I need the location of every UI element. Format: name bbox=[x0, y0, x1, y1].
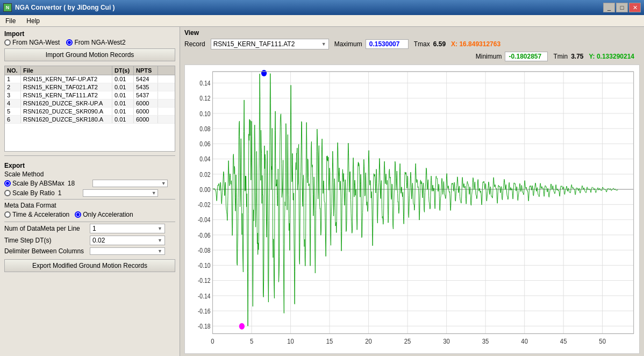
timestep-arrow: ▼ bbox=[158, 238, 162, 243]
menu-file[interactable]: File bbox=[2, 17, 19, 25]
app-icon: N bbox=[3, 3, 12, 12]
delimiter-select[interactable]: ▼ bbox=[90, 247, 165, 255]
svg-text:5: 5 bbox=[250, 337, 253, 345]
table-row[interactable]: 5 RSN1620_DUZCE_SKR090.A 0.01 6000 bbox=[5, 108, 175, 116]
minimum-group: Minimum -0.1802857 bbox=[476, 52, 548, 61]
svg-text:0.14: 0.14 bbox=[199, 80, 210, 87]
record-select-arrow: ▼ bbox=[321, 41, 326, 47]
timestep-label: Time Step DT(s) bbox=[4, 237, 88, 244]
divider-3 bbox=[4, 222, 175, 222]
import-button[interactable]: Import Ground Motion Records bbox=[4, 48, 175, 61]
svg-text:0.08: 0.08 bbox=[199, 125, 210, 132]
record-select[interactable]: RSN15_KERN_TAF111.AT2 ▼ bbox=[211, 39, 329, 49]
radio-nga-west2-circle bbox=[66, 39, 73, 46]
import-label: Import bbox=[4, 30, 175, 38]
info-row2: Minimum -0.1802857 Tmin 3.75 Y: 0.133290… bbox=[184, 52, 640, 61]
td-npts: 5435 bbox=[134, 83, 158, 91]
window-controls: _ □ ✕ bbox=[603, 3, 641, 12]
svg-text:-0.16: -0.16 bbox=[198, 308, 210, 315]
td-npts: 6000 bbox=[134, 108, 158, 115]
ratio-select-arrow: ▼ bbox=[152, 190, 156, 196]
td-dt: 0.01 bbox=[112, 91, 134, 99]
export-button[interactable]: Export Modified Ground Motion Records bbox=[4, 259, 175, 272]
ratio-value: 1 bbox=[58, 189, 80, 197]
td-file: RSN15_KERN_TAF021.AT2 bbox=[21, 83, 112, 91]
maximum-value: 0.1530007 bbox=[366, 39, 409, 49]
absmax-select-arrow: ▼ bbox=[161, 181, 166, 186]
records-table: NO. File DT(s) NPTS 1 RSN15_KERN_TAF-UP.… bbox=[4, 66, 175, 152]
delimiter-label: Delimiter Between Columns bbox=[4, 247, 88, 255]
td-dt: 0.01 bbox=[112, 75, 134, 83]
maximum-label: Maximum bbox=[334, 40, 362, 48]
minimize-button[interactable]: _ bbox=[603, 3, 615, 12]
radio-only-accel[interactable]: Only Acceleration bbox=[75, 211, 133, 218]
radio-only-accel-label: Only Acceleration bbox=[83, 211, 133, 218]
table-header: NO. File DT(s) NPTS bbox=[5, 66, 175, 75]
svg-point-59 bbox=[239, 323, 245, 330]
view-label: View bbox=[184, 29, 640, 37]
svg-text:-0.02: -0.02 bbox=[198, 201, 210, 208]
svg-point-58 bbox=[261, 70, 267, 76]
menu-bar: File Help bbox=[0, 15, 644, 27]
td-file: RSN15_KERN_TAF111.AT2 bbox=[21, 91, 112, 99]
td-no: 4 bbox=[5, 99, 21, 107]
table-body[interactable]: 1 RSN15_KERN_TAF-UP.AT2 0.01 5424 2 RSN1… bbox=[5, 75, 175, 145]
svg-text:-0.06: -0.06 bbox=[198, 232, 210, 239]
svg-text:0.12: 0.12 bbox=[199, 95, 210, 102]
radio-absmax-label: Scale By ABSMax bbox=[12, 180, 65, 187]
record-label: Record bbox=[184, 40, 205, 48]
table-row[interactable]: 6 RSN1620_DUZCE_SKR180.A 0.01 6000 bbox=[5, 116, 175, 124]
table-row[interactable]: 4 RSN1620_DUZCE_SKR-UP.A 0.01 6000 bbox=[5, 99, 175, 108]
radio-ratio[interactable]: Scale By Ratio bbox=[4, 189, 55, 197]
radio-nga-west2[interactable]: From NGA-West2 bbox=[66, 39, 125, 46]
radio-time-accel[interactable]: Time & Acceleration bbox=[4, 211, 69, 218]
num-datameta-select[interactable]: 1 ▼ bbox=[90, 224, 165, 233]
num-datameta-row: Num of DataMeta per Line 1 ▼ bbox=[4, 224, 175, 233]
td-npts: 6000 bbox=[134, 116, 158, 123]
timestep-row: Time Step DT(s) 0.02 ▼ bbox=[4, 236, 175, 245]
svg-text:45: 45 bbox=[560, 337, 567, 345]
close-button[interactable]: ✕ bbox=[629, 3, 641, 12]
table-row[interactable]: 1 RSN15_KERN_TAF-UP.AT2 0.01 5424 bbox=[5, 75, 175, 83]
svg-text:-0.18: -0.18 bbox=[198, 323, 210, 330]
svg-text:-0.08: -0.08 bbox=[198, 247, 210, 254]
absmax-select[interactable]: ▼ bbox=[92, 180, 168, 187]
right-panel: View Record RSN15_KERN_TAF111.AT2 ▼ Maxi… bbox=[180, 27, 644, 356]
svg-text:15: 15 bbox=[326, 337, 333, 345]
timestep-select[interactable]: 0.02 ▼ bbox=[90, 236, 165, 245]
tmax-group: Tmax 6.59 bbox=[414, 40, 446, 48]
menu-help[interactable]: Help bbox=[23, 17, 43, 25]
radio-absmax[interactable]: Scale By ABSMax bbox=[4, 180, 65, 187]
chart-area[interactable]: 051015202530354045500.140.120.100.080.06… bbox=[184, 65, 640, 354]
table-row[interactable]: 3 RSN15_KERN_TAF111.AT2 0.01 5437 bbox=[5, 91, 175, 99]
svg-text:40: 40 bbox=[521, 337, 528, 345]
delimiter-row: Delimiter Between Columns ▼ bbox=[4, 247, 175, 255]
radio-nga-west[interactable]: From NGA-West bbox=[4, 39, 60, 46]
import-section: Import From NGA-West From NGA-West2 Impo… bbox=[4, 30, 175, 61]
meta-format-radio-group: Time & Acceleration Only Acceleration bbox=[4, 211, 175, 218]
num-datameta-arrow: ▼ bbox=[158, 226, 162, 231]
absmax-value: 18 bbox=[68, 180, 89, 187]
td-file: RSN1620_DUZCE_SKR180.A bbox=[21, 116, 112, 123]
svg-text:0.02: 0.02 bbox=[199, 171, 210, 178]
tmax-label: Tmax bbox=[414, 40, 430, 48]
scale-absmax-row: Scale By ABSMax 18 ▼ bbox=[4, 180, 175, 187]
td-file: RSN1620_DUZCE_SKR090.A bbox=[21, 108, 112, 115]
svg-text:10: 10 bbox=[287, 337, 294, 345]
col-header-npts: NPTS bbox=[134, 66, 158, 75]
title-bar: N NGA Convertor ( by JiDong Cui ) _ □ ✕ bbox=[0, 0, 644, 15]
scale-ratio-row: Scale By Ratio 1 ▼ bbox=[4, 189, 175, 197]
col-header-file: File bbox=[21, 66, 112, 75]
svg-text:25: 25 bbox=[404, 337, 411, 345]
ratio-select[interactable]: ▼ bbox=[83, 189, 158, 197]
td-dt: 0.01 bbox=[112, 108, 134, 115]
td-no: 3 bbox=[5, 91, 21, 99]
radio-ratio-circle bbox=[4, 190, 11, 196]
chart-svg: 051015202530354045500.140.120.100.080.06… bbox=[185, 65, 639, 353]
col-header-dt: DT(s) bbox=[112, 66, 134, 75]
num-datameta-label: Num of DataMeta per Line bbox=[4, 225, 88, 232]
td-dt: 0.01 bbox=[112, 83, 134, 91]
scrollbar-placeholder bbox=[158, 66, 166, 75]
maximize-button[interactable]: □ bbox=[616, 3, 628, 12]
table-row[interactable]: 2 RSN15_KERN_TAF021.AT2 0.01 5435 bbox=[5, 83, 175, 91]
